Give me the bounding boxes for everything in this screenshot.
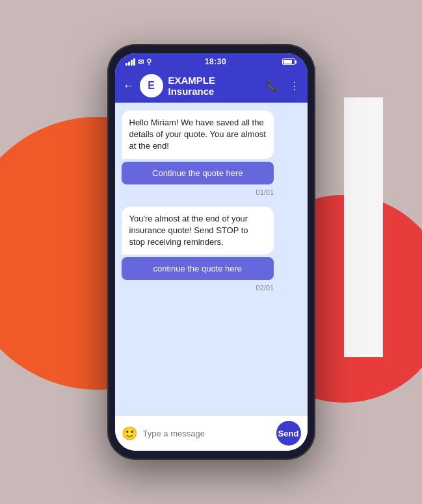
cta-button-1[interactable]: Continue the quote here: [122, 162, 274, 184]
back-button[interactable]: ←: [123, 79, 135, 93]
email-icon: ✉: [138, 58, 144, 66]
phone-screen: ✉ ⚲ 18:30 ← E EXAMPLE Insurance 📞: [115, 53, 308, 451]
emoji-button[interactable]: 🙂: [122, 425, 138, 441]
location-icon: ⚲: [146, 58, 152, 66]
cta-button-2[interactable]: continue the quote here: [122, 257, 274, 280]
message-bubble-1: Hello Miriam! We have saved all the deta…: [122, 110, 274, 159]
chat-area: Hello Miriam! We have saved all the deta…: [115, 103, 308, 415]
avatar: E: [140, 74, 163, 97]
bg-white-strip: [344, 97, 383, 357]
message-timestamp-2: 02/01: [256, 284, 274, 292]
message-timestamp-1: 01/01: [256, 188, 274, 196]
chat-header: ← E EXAMPLE Insurance 📞 ⋮: [115, 69, 308, 103]
input-bar: 🙂 Send: [115, 415, 308, 451]
send-button[interactable]: Send: [276, 421, 301, 446]
message-text-2: You're almost at the end of your insuran…: [129, 214, 248, 247]
contact-name: EXAMPLE Insurance: [168, 75, 261, 97]
message-block-1: Hello Miriam! We have saved all the deta…: [122, 110, 274, 196]
phone-icon[interactable]: 📞: [266, 80, 279, 92]
status-left: ✉ ⚲: [125, 58, 152, 66]
status-right: [280, 58, 297, 65]
status-bar: ✉ ⚲ 18:30: [115, 53, 308, 69]
more-icon[interactable]: ⋮: [289, 80, 300, 92]
signal-icon: [125, 58, 135, 66]
message-text-1: Hello Miriam! We have saved all the deta…: [129, 118, 266, 151]
header-icons: 📞 ⋮: [266, 80, 300, 92]
message-bubble-2: You're almost at the end of your insuran…: [122, 207, 274, 255]
message-block-2: You're almost at the end of your insuran…: [122, 207, 274, 292]
phone-shell: ✉ ⚲ 18:30 ← E EXAMPLE Insurance 📞: [107, 44, 315, 460]
message-input[interactable]: [143, 429, 271, 438]
status-time: 18:30: [205, 57, 226, 66]
battery-icon: [282, 58, 297, 65]
